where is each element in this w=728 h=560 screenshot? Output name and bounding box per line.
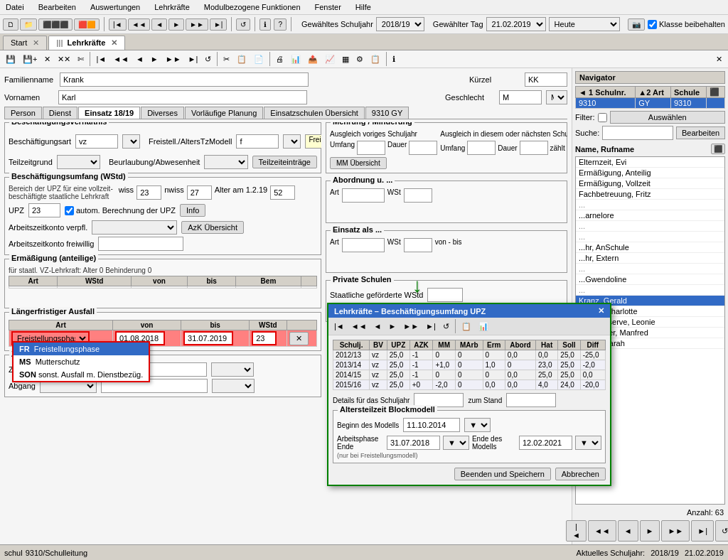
suche-input[interactable]: [602, 126, 673, 140]
modal-copy-btn[interactable]: 📋: [459, 319, 474, 333]
tab-lehrkraefte[interactable]: ||| Lehrkräfte ✕: [48, 36, 125, 50]
modal-chart-btn[interactable]: 📊: [476, 319, 491, 333]
teilzeit-select[interactable]: [57, 155, 100, 169]
freistell-select[interactable]: f: [283, 134, 301, 149]
info-btn[interactable]: Info: [180, 204, 205, 217]
heute-select[interactable]: Heute: [549, 17, 620, 31]
inner-tab-diverses[interactable]: Diverses: [141, 107, 184, 119]
dauer1-input[interactable]: [409, 141, 437, 155]
freistell-input[interactable]: [236, 134, 279, 149]
tag-select[interactable]: 21.02.2019: [486, 17, 546, 31]
dropdown-item-ms[interactable]: MS Mutterschutz: [14, 355, 149, 368]
list-item-9[interactable]: ...hr, Extern: [576, 253, 724, 264]
menu-hilfe[interactable]: Hilfe: [353, 1, 374, 13]
back-btn[interactable]: ◄: [151, 18, 167, 31]
zugang-select2[interactable]: [211, 362, 254, 377]
question-btn[interactable]: ?: [274, 18, 287, 31]
open-btn[interactable]: 📁: [20, 18, 37, 31]
filter-checkbox[interactable]: [598, 113, 607, 122]
ende-select[interactable]: ▼: [575, 436, 601, 450]
ausfall-bis-input[interactable]: [183, 331, 233, 345]
tab-start-close[interactable]: ✕: [33, 38, 39, 47]
nav-prev-btn[interactable]: ◄: [618, 520, 638, 542]
zum-stand-input[interactable]: [506, 393, 556, 407]
modal-last-btn[interactable]: ►|: [423, 319, 439, 333]
mt-close-area[interactable]: ✕: [713, 53, 725, 66]
geschlecht-input[interactable]: [499, 90, 542, 104]
mt-table[interactable]: ▦: [339, 53, 352, 66]
mt-cut[interactable]: ✄: [75, 53, 87, 66]
mt-copy[interactable]: 📋: [234, 53, 250, 66]
nav-prev2-btn[interactable]: ◄◄: [588, 520, 616, 542]
ausfall-wstd-input[interactable]: [252, 331, 277, 345]
list-item-2[interactable]: Ermäßigung, Vollzeit: [576, 178, 724, 189]
modal-ffwd-btn[interactable]: ►►: [400, 319, 422, 333]
alter-input[interactable]: [270, 185, 295, 200]
teilzeit-eintraege-btn[interactable]: Teilzeiteinträge: [252, 156, 317, 168]
modal-row-0[interactable]: 2012/13vz25,0-10000,00,025,0-25,0: [333, 350, 606, 360]
vornamen-input[interactable]: [58, 90, 307, 104]
inner-tab-9310gy[interactable]: 9310 GY: [365, 107, 409, 119]
dauer2-input[interactable]: [520, 141, 548, 155]
prev-btn[interactable]: ◄◄: [128, 18, 151, 31]
abordnung-art-input[interactable]: [342, 188, 385, 203]
mt-save2[interactable]: 💾+: [20, 53, 40, 66]
list-item-12[interactable]: ...: [576, 285, 724, 296]
mt-save[interactable]: 💾: [3, 53, 18, 66]
bearbeiten-btn[interactable]: Bearbeiten: [676, 126, 725, 139]
menu-auswertungen[interactable]: Auswertungen: [87, 1, 143, 13]
umfang1-input[interactable]: [357, 141, 385, 155]
abgang-select2[interactable]: [212, 379, 255, 393]
tab-lehrkraefte-close[interactable]: ✕: [111, 38, 117, 47]
familienname-input[interactable]: [60, 72, 309, 87]
list-item-6[interactable]: ...: [576, 221, 724, 232]
menu-bearbeiten[interactable]: Bearbeiten: [36, 1, 79, 13]
modal-next-btn[interactable]: ►: [385, 319, 399, 333]
tab-start[interactable]: Start ✕: [3, 36, 47, 50]
nav-ffwd-btn[interactable]: ►►: [661, 520, 690, 542]
list-item-4[interactable]: ...: [576, 200, 724, 210]
mt-chart[interactable]: 📈: [322, 53, 338, 66]
beginn-select[interactable]: ▼: [464, 418, 491, 432]
mt-prev[interactable]: ◄: [133, 53, 146, 65]
klasse-beibehalten-checkbox[interactable]: [648, 20, 657, 29]
mt-ffwd[interactable]: ►►: [163, 53, 184, 65]
mt-last[interactable]: ►|: [186, 53, 201, 65]
beurlaubung-select[interactable]: [204, 155, 247, 169]
nav-first-btn[interactable]: |◄: [566, 520, 587, 542]
beginn-input[interactable]: [403, 418, 460, 432]
nav-table-row[interactable]: 9310 GY 9310: [576, 98, 725, 109]
mt-next[interactable]: ►: [148, 53, 161, 65]
umfang2-input[interactable]: [467, 141, 496, 155]
modal-row-2[interactable]: 2014/15vz25,0-10000,025,025,00,0: [333, 370, 606, 380]
mt-refresh[interactable]: ↺: [202, 53, 214, 66]
inner-tab-einsatz[interactable]: Einsatz 18/19: [78, 107, 140, 119]
camera-btn[interactable]: 📷: [628, 18, 645, 31]
nwiss-input[interactable]: [187, 185, 212, 200]
upz-input[interactable]: [28, 203, 60, 217]
mt-prev2[interactable]: ◄◄: [110, 53, 132, 65]
last-btn[interactable]: ►|: [210, 18, 228, 31]
einsatz-art-input[interactable]: [342, 238, 385, 252]
art-select[interactable]: vz: [122, 134, 140, 149]
nav-col-settings[interactable]: ⬛: [711, 144, 725, 154]
modal-close-icon[interactable]: ✕: [598, 306, 604, 316]
nav-next-btn[interactable]: ►: [640, 520, 660, 542]
geschlecht-select[interactable]: M: [546, 90, 567, 104]
inner-tab-vorlaeufig[interactable]: Vorläufige Planung: [185, 107, 263, 119]
list-item-7[interactable]: ...: [576, 232, 724, 242]
modal-prev2-btn[interactable]: ◄◄: [348, 319, 370, 333]
list-item-8[interactable]: ...hr, AnSchule: [576, 242, 724, 253]
arbeitsphase-input[interactable]: [387, 436, 440, 450]
list-item-3[interactable]: Fachbetreuung, Fritz: [576, 189, 724, 200]
mt-print[interactable]: 🖨: [273, 53, 287, 65]
wiss-input[interactable]: [136, 185, 161, 200]
mt-print2[interactable]: 📊: [288, 53, 304, 66]
modal-row-3[interactable]: 2015/16vz25,0+0-2,000,00,04,024,0-20,0: [333, 380, 606, 390]
dropdown-item-fr[interactable]: FR Freistellungsphase: [14, 343, 149, 355]
azk-verpfl-select[interactable]: [92, 220, 177, 235]
schuljahr-select[interactable]: 2018/19: [376, 17, 424, 31]
kuerzel-input[interactable]: [525, 72, 567, 87]
azk-freiwillig-input[interactable]: [98, 237, 183, 251]
refresh-btn[interactable]: ↺: [236, 18, 250, 31]
